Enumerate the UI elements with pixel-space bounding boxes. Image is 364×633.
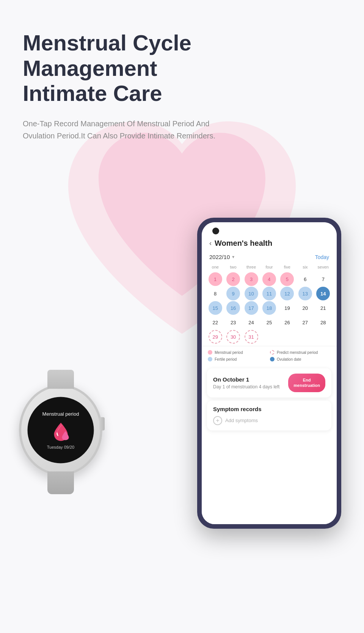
phone-device: ‹ Women's health 2022/10 ▼ Today	[197, 218, 341, 529]
hero-section: Menstrual Cycle Management Intimate Care…	[0, 0, 364, 142]
info-date: On October 1	[213, 376, 279, 383]
phone-body: ‹ Women's health 2022/10 ▼ Today	[197, 218, 341, 529]
cal-day-29[interactable]: 29	[209, 330, 222, 344]
watch-band-bottom	[47, 471, 74, 494]
info-detail: Day 1 of menstruation 4 days left	[213, 384, 279, 390]
cal-day-3[interactable]: 3	[245, 272, 258, 286]
app-title: Women's health	[215, 239, 272, 248]
day-name-2: two	[224, 263, 242, 271]
cal-day-25[interactable]: 25	[262, 316, 276, 329]
cal-day-empty4	[316, 330, 330, 344]
cal-day-18[interactable]: 18	[262, 301, 276, 315]
legend-ovulation: Ovulation date	[270, 357, 331, 361]
legend-dot-predict	[270, 350, 275, 355]
cal-day-empty3	[298, 330, 312, 344]
day-name-5: five	[278, 263, 296, 271]
phone-camera	[212, 228, 219, 234]
watch-crown	[99, 417, 105, 430]
cal-day-12[interactable]: 12	[280, 287, 294, 300]
week-5: 29 30 31	[206, 330, 332, 344]
cal-day-23[interactable]: 23	[226, 316, 240, 329]
cal-day-15[interactable]: 15	[209, 301, 222, 315]
day-name-4: four	[260, 263, 278, 271]
main-title: Menstrual Cycle Management Intimate Care	[23, 30, 341, 106]
phone-screen: ‹ Women's health 2022/10 ▼ Today	[202, 222, 337, 524]
subtitle-text: One-Tap Record Management Of Menstrual P…	[23, 118, 235, 142]
cal-day-16[interactable]: 16	[226, 301, 240, 315]
watch-label: Menstrual period	[42, 411, 79, 417]
cal-day-1[interactable]: 1	[209, 272, 222, 286]
legend-label-predict: Predict menstrual period	[277, 350, 318, 355]
month-label: 2022/10	[209, 254, 230, 260]
cal-day-11[interactable]: 11	[262, 287, 276, 300]
cal-day-24[interactable]: 24	[245, 316, 258, 329]
cal-day-17[interactable]: 17	[245, 301, 258, 315]
app-header: ‹ Women's health	[202, 222, 337, 252]
cal-day-13[interactable]: 13	[298, 287, 312, 300]
drop-icon	[49, 420, 72, 443]
week-3: 15 16 17 18 19 20 21	[206, 301, 332, 315]
calendar-grid: one two three four five six seven 1	[202, 263, 337, 344]
back-button[interactable]: ‹	[209, 239, 212, 247]
week-4: 22 23 24 25 26 27 28	[206, 316, 332, 329]
cal-day-27[interactable]: 27	[298, 316, 312, 329]
legend-dot-ovulation	[270, 357, 275, 361]
calendar-weeks: 1 2 3 4 5 6 7 8 9	[206, 272, 332, 344]
cal-day-4[interactable]: 4	[262, 272, 276, 286]
cal-day-2[interactable]: 2	[226, 272, 240, 286]
symptom-card: Symptom records + Add symptoms	[207, 401, 331, 430]
week-1: 1 2 3 4 5 6 7	[206, 272, 332, 286]
legend-label-ovulation: Ovulation date	[277, 357, 301, 361]
add-symptom-button[interactable]: + Add symptoms	[213, 416, 325, 425]
day-name-1: one	[206, 263, 224, 271]
cal-day-20[interactable]: 20	[298, 301, 312, 315]
legend-menstrual: Menstrual period	[208, 350, 268, 355]
legend-dot-menstrual	[208, 350, 212, 355]
cal-day-empty2	[280, 330, 294, 344]
watch-body: Menstrual period Tuesday 09/20	[19, 385, 102, 476]
today-button[interactable]: Today	[315, 254, 329, 260]
legend-fertile: Fertile period	[208, 357, 268, 361]
calendar-header: 2022/10 ▼ Today	[202, 252, 337, 263]
add-symptom-label: Add symptoms	[225, 418, 258, 423]
cal-day-9[interactable]: 9	[226, 287, 240, 300]
cal-day-30[interactable]: 30	[226, 330, 240, 344]
calendar-legend: Menstrual period Predict menstrual perio…	[202, 346, 337, 365]
cal-day-empty1	[262, 330, 276, 344]
add-symptom-icon: +	[213, 416, 222, 425]
info-card: On October 1 Day 1 of menstruation 4 day…	[207, 368, 331, 397]
legend-dot-fertile	[208, 357, 212, 361]
cal-day-21[interactable]: 21	[316, 301, 330, 315]
watch-date: Tuesday 09/20	[47, 445, 74, 449]
symptom-title: Symptom records	[213, 406, 325, 412]
cal-day-14[interactable]: 14	[316, 287, 330, 300]
end-menstruation-button[interactable]: Endmenstruation	[288, 374, 325, 392]
week-2: 8 9 10 11 12 13 14	[206, 287, 332, 300]
devices-container: Menstrual period Tuesday 09/20	[0, 165, 364, 529]
calendar-day-names: one two three four five six seven	[206, 263, 332, 271]
watch-band-top	[47, 370, 74, 389]
cal-day-5[interactable]: 5	[280, 272, 294, 286]
watch-device: Menstrual period Tuesday 09/20	[11, 385, 110, 506]
cal-day-10[interactable]: 10	[245, 287, 258, 300]
day-name-6: six	[296, 263, 314, 271]
cal-day-8[interactable]: 8	[209, 287, 222, 300]
day-name-7: seven	[314, 263, 332, 271]
cal-day-31[interactable]: 31	[245, 330, 258, 344]
cal-day-28[interactable]: 28	[316, 316, 330, 329]
legend-label-fertile: Fertile period	[215, 357, 237, 361]
legend-label-menstrual: Menstrual period	[215, 350, 243, 355]
legend-predict: Predict menstrual period	[270, 350, 331, 355]
day-name-3: three	[242, 263, 260, 271]
cal-day-7[interactable]: 7	[316, 272, 330, 286]
watch-screen: Menstrual period Tuesday 09/20	[28, 397, 94, 463]
month-selector[interactable]: 2022/10 ▼	[209, 254, 235, 260]
cal-day-22[interactable]: 22	[209, 316, 222, 329]
cal-day-26[interactable]: 26	[280, 316, 294, 329]
app-content: ‹ Women's health 2022/10 ▼ Today	[202, 222, 337, 524]
month-dropdown-icon: ▼	[231, 255, 235, 259]
info-card-text: On October 1 Day 1 of menstruation 4 day…	[213, 376, 279, 390]
cal-day-19[interactable]: 19	[280, 301, 294, 315]
cal-day-6[interactable]: 6	[298, 272, 312, 286]
